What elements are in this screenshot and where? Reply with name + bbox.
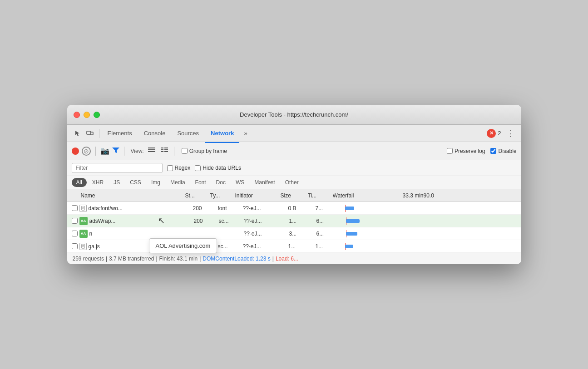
row-checkbox[interactable] (72, 243, 78, 249)
row-waterfall (341, 230, 396, 237)
clear-button[interactable]: ⊘ (82, 147, 91, 156)
filter-manifest-button[interactable]: Manifest (250, 178, 279, 187)
view-label: View: (131, 148, 144, 154)
error-count: 2 (498, 130, 501, 137)
filter-all-button[interactable]: All (72, 178, 87, 187)
close-button[interactable] (74, 112, 80, 118)
svg-rect-4 (148, 151, 155, 152)
preserve-log-checkbox[interactable] (447, 148, 453, 154)
tab-console[interactable]: Console (138, 127, 171, 139)
filter-bar: Regex Hide data URLs (67, 160, 521, 176)
domain-tooltip: AOL Advertising.com (149, 238, 217, 253)
toolbar-separator-2 (124, 147, 124, 156)
tabs-container: Elements Console Sources Network » (102, 127, 487, 139)
svg-rect-8 (164, 149, 168, 150)
svg-rect-9 (161, 151, 163, 152)
hide-data-urls-checkbox[interactable] (195, 165, 201, 171)
col-header-status[interactable]: St... (185, 192, 210, 199)
col-header-name[interactable]: Name (81, 192, 185, 199)
row-status: 200 (193, 205, 218, 212)
row-initiator: ??-eJ... (243, 205, 288, 212)
minimize-button[interactable] (84, 112, 90, 118)
filter-ws-button[interactable]: WS (231, 178, 249, 187)
status-separator-3: | (199, 256, 201, 262)
filter-media-button[interactable]: Media (166, 178, 190, 187)
kebab-menu-button[interactable]: ⋮ (504, 128, 518, 139)
svg-rect-3 (148, 149, 155, 150)
request-count: 259 requests (73, 256, 104, 262)
row-size: 1... (288, 243, 316, 250)
col-header-maxtime: 90.0 (424, 192, 517, 199)
svg-rect-6 (164, 148, 168, 148)
row-time: 7... (316, 205, 341, 212)
tab-network[interactable]: Network (205, 127, 239, 139)
error-icon: ✕ (487, 129, 496, 138)
devtools-window: Developer Tools - https://techcrunch.com… (67, 105, 521, 264)
tab-more-button[interactable]: » (240, 128, 251, 138)
col-header-initiator[interactable]: Initiator (235, 192, 281, 199)
tree-view-button[interactable] (159, 146, 169, 156)
domcontentloaded-time: DOMContentLoaded: 1.23 s (203, 256, 270, 262)
filter-img-button[interactable]: Img (147, 178, 165, 187)
data-transferred: 3.7 MB transferred (109, 256, 154, 262)
row-name: data:font/wo... (89, 205, 193, 212)
tab-bar-right: ✕ 2 ⋮ (487, 128, 517, 139)
maximize-button[interactable] (94, 112, 100, 118)
filter-font-button[interactable]: Font (191, 178, 211, 187)
col-header-mintime: 33.3 min (387, 192, 424, 199)
status-separator-1: | (106, 256, 107, 262)
type-filter-bar: All XHR JS CSS Img Media Font Doc WS Man… (67, 176, 521, 189)
row-checkbox[interactable] (72, 218, 78, 224)
table-row[interactable]: ga.js 200 sc... ??-eJ... 1... 1... (67, 240, 521, 253)
table-row[interactable]: AA adsWrap... 200 sc... ??-eJ... 1... 6.… (67, 215, 521, 227)
regex-checkbox[interactable] (167, 165, 173, 171)
doc-file-icon (79, 243, 87, 250)
filter-doc-button[interactable]: Doc (212, 178, 230, 187)
row-checkbox[interactable] (72, 205, 78, 211)
tab-elements[interactable]: Elements (102, 127, 138, 139)
row-time: 6... (316, 231, 341, 237)
window-title: Developer Tools - https://techcrunch.com… (240, 111, 348, 118)
hide-data-urls-label: Hide data URLs (203, 165, 241, 171)
disable-cache-checkbox[interactable] (490, 148, 496, 154)
tab-bar: Elements Console Sources Network » ✕ 2 ⋮ (67, 125, 521, 142)
svg-rect-0 (87, 131, 91, 134)
row-size: 1... (289, 218, 316, 224)
row-type: sc... (218, 243, 243, 250)
tab-sources[interactable]: Sources (172, 127, 204, 139)
table-row[interactable]: data:font/wo... 200 font ??-eJ... 0 B 7.… (67, 202, 521, 215)
filter-other-button[interactable]: Other (281, 178, 303, 187)
filter-xhr-button[interactable]: XHR (88, 178, 108, 187)
filter-js-button[interactable]: JS (109, 178, 124, 187)
toolbar-separator-3 (174, 147, 174, 156)
toolbar-separator-1 (95, 147, 96, 156)
row-name: n (89, 231, 194, 237)
regex-option[interactable]: Regex (167, 165, 191, 171)
filter-options: Regex Hide data URLs (167, 165, 241, 171)
table-body: data:font/wo... 200 font ??-eJ... 0 B 7.… (67, 202, 521, 253)
status-bar: 259 requests | 3.7 MB transferred | Fini… (67, 253, 521, 264)
group-by-frame-checkbox[interactable] (182, 148, 188, 154)
hide-data-urls-option[interactable]: Hide data URLs (195, 165, 241, 171)
row-waterfall (341, 217, 396, 225)
filter-icon[interactable] (112, 147, 119, 155)
col-header-size[interactable]: Size (281, 192, 308, 199)
col-header-type[interactable]: Ty... (210, 192, 235, 199)
svg-rect-2 (148, 148, 155, 148)
col-header-time[interactable]: Ti... (308, 192, 333, 199)
filter-css-button[interactable]: CSS (125, 178, 146, 187)
network-toolbar: ⊘ 📷 View: (67, 142, 521, 160)
cursor-tool-button[interactable] (71, 127, 84, 140)
list-view-button[interactable] (147, 146, 157, 156)
record-button[interactable] (72, 148, 79, 155)
finish-time: Finish: 43.1 min (159, 256, 198, 262)
filter-input[interactable] (76, 165, 158, 171)
row-status: 200 (194, 218, 219, 224)
table-row[interactable]: AA n ??-eJ... 3... 6... AOL Advertising.… (67, 227, 521, 240)
col-header-waterfall[interactable]: Waterfall (333, 192, 387, 199)
doc-file-icon (79, 205, 87, 212)
row-waterfall (341, 243, 395, 250)
device-toggle-button[interactable] (84, 127, 96, 140)
screenshot-button[interactable]: 📷 (100, 147, 109, 155)
row-checkbox[interactable] (72, 231, 78, 236)
